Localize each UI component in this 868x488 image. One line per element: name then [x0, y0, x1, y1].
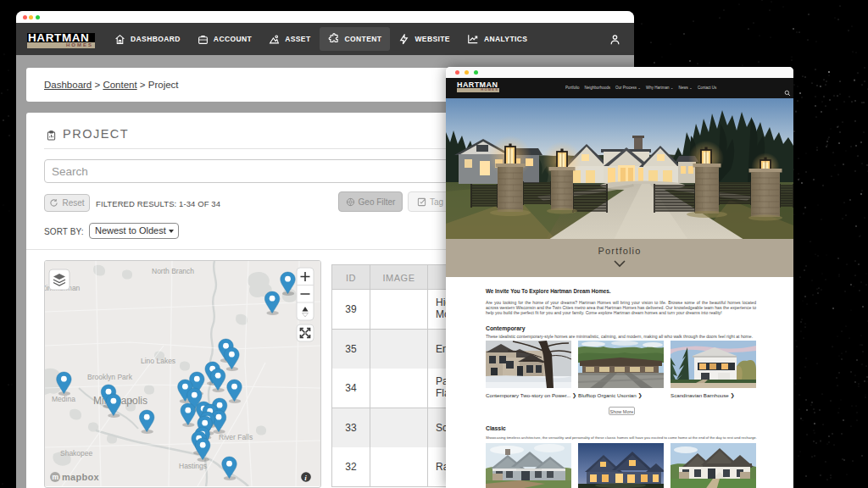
svg-text:Brooklyn Park: Brooklyn Park [87, 373, 133, 381]
svg-text:Medina: Medina [52, 395, 75, 403]
svg-text:mapbox: mapbox [62, 472, 100, 482]
svg-text:m: m [53, 473, 59, 481]
svg-text:North Branch: North Branch [152, 267, 194, 275]
svg-text:River Falls: River Falls [219, 433, 253, 441]
svg-text:Hastings: Hastings [179, 462, 207, 470]
svg-text:Lino Lakes: Lino Lakes [141, 357, 175, 365]
svg-text:Shakopee: Shakopee [60, 449, 93, 458]
